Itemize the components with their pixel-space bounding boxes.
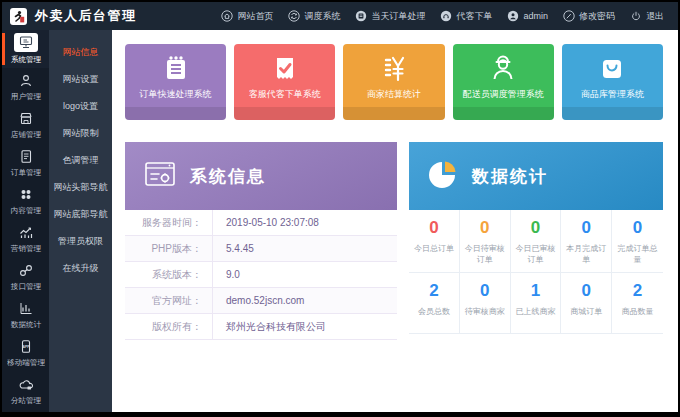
submenu-item-site-limits[interactable]: 网站限制 — [49, 120, 112, 147]
sidebar-item-system[interactable]: 系统管理 — [2, 30, 49, 68]
sidebar-item-users[interactable]: 用户管理 — [2, 68, 49, 106]
sidebar-item-marketing[interactable]: 营销管理 — [2, 220, 49, 258]
storefront-icon — [16, 111, 36, 127]
sidebar-label: 用户管理 — [10, 91, 40, 101]
nav-label: 修改密码 — [579, 10, 615, 23]
info-row-system-version: 系统版本： 9.0 — [125, 262, 397, 288]
today-orders-icon — [355, 10, 367, 22]
stat-value: 1 — [513, 281, 559, 301]
nav-admin-account[interactable]: admin — [507, 10, 548, 22]
stat-product-count: 2 商品数量 — [612, 273, 663, 334]
nav-label: 网站首页 — [237, 10, 273, 23]
sidebar-item-api[interactable]: 接口管理 — [2, 258, 49, 296]
stat-value: 0 — [462, 281, 508, 301]
nav-site-home[interactable]: 网站首页 — [221, 10, 273, 23]
app-window: 外卖人后台管理 网站首页 调度系统 当天订单处理 代客下单 admin — [2, 2, 678, 412]
sidebar-item-statistics[interactable]: 数据统计 — [2, 296, 49, 334]
person-icon — [16, 73, 36, 89]
info-row-php-version: PHP版本： 5.4.45 — [125, 236, 397, 262]
stat-today-total-orders: 0 今日总订单 — [409, 210, 460, 273]
stat-value: 0 — [513, 218, 559, 238]
edit-password-icon — [563, 10, 575, 22]
sidebar-item-shops[interactable]: 店铺管理 — [2, 106, 49, 144]
top-header: 外卖人后台管理 网站首页 调度系统 当天订单处理 代客下单 admin — [2, 2, 678, 30]
shopping-bag-icon — [596, 53, 628, 85]
mobile-app-icon: APP — [16, 339, 36, 355]
card-label: 订单快速处理系统 — [140, 88, 212, 101]
receipt-yen-icon — [378, 53, 410, 85]
card-product-library[interactable]: 商品库管理系统 — [562, 44, 663, 120]
card-label: 商品库管理系统 — [581, 88, 644, 101]
info-value: 2019-05-10 23:07:08 — [213, 217, 319, 228]
browser-gear-icon — [143, 159, 177, 193]
stat-label: 今日待审核订单 — [462, 243, 508, 265]
sidebar-label: 店铺管理 — [10, 129, 40, 139]
sidebar-item-content[interactable]: 内容管理 — [2, 182, 49, 220]
secondary-sidebar: 网站信息 网站设置 logo设置 网站限制 色调管理 网站头部导航 网站底部导航… — [49, 30, 112, 412]
nav-today-orders[interactable]: 当天订单处理 — [355, 10, 425, 23]
user-icon — [507, 10, 519, 22]
stat-mall-orders: 0 商城订单 — [561, 273, 612, 334]
nav-label: 当天订单处理 — [371, 10, 425, 23]
card-order-quick-processing[interactable]: 订单快速处理系统 — [125, 44, 226, 120]
info-value: 郑州光合科技有限公司 — [213, 320, 326, 334]
sidebar-label: 分站管理 — [10, 395, 40, 405]
sidebar-item-mobile[interactable]: APP 移动端管理 — [2, 334, 49, 372]
stats-grid: 0 今日总订单 0 今日待审核订单 0 今日已审核订单 0 — [409, 210, 663, 334]
stat-label: 完成订单总量 — [614, 243, 661, 265]
sidebar-label: 移动端管理 — [7, 357, 45, 367]
pie-chart-icon — [427, 158, 459, 194]
stat-total-members: 2 会员总数 — [409, 273, 460, 334]
info-row-official-site: 官方网址： demo.52jscn.com — [125, 288, 397, 314]
stat-online-merchants: 1 已上线商家 — [511, 273, 562, 334]
grid-dots-icon — [16, 187, 36, 203]
stat-label: 商城订单 — [563, 306, 609, 317]
stat-month-completed-orders: 0 本月完成订单 — [561, 210, 612, 273]
sidebar-item-orders[interactable]: 订单管理 — [2, 144, 49, 182]
courier-icon — [487, 53, 519, 85]
cloud-icon — [16, 377, 36, 393]
nav-logout[interactable]: 退出 — [630, 10, 664, 23]
system-info-header: 系统信息 — [125, 142, 397, 210]
submenu-item-footer-nav[interactable]: 网站底部导航 — [49, 201, 112, 228]
nav-proxy-order[interactable]: 代客下单 — [440, 10, 492, 23]
stat-total-completed-orders: 0 完成订单总量 — [612, 210, 663, 273]
info-row-copyright: 版权所有： 郑州光合科技有限公司 — [125, 314, 397, 340]
info-value: 5.4.45 — [213, 243, 254, 254]
stat-label: 本月完成订单 — [563, 243, 609, 265]
card-proxy-order-system[interactable]: 客服代客下单系统 — [234, 44, 335, 120]
card-label: 配送员调度管理系统 — [463, 88, 544, 101]
sidebar-item-substations[interactable]: 分站管理 — [2, 372, 49, 410]
info-row-server-time: 服务器时间： 2019-05-10 23:07:08 — [125, 210, 397, 236]
submenu-item-color-scheme[interactable]: 色调管理 — [49, 147, 112, 174]
card-courier-dispatch[interactable]: 配送员调度管理系统 — [453, 44, 554, 120]
stat-value: 0 — [563, 281, 609, 301]
app-title: 外卖人后台管理 — [35, 7, 137, 25]
link-icon — [16, 263, 36, 279]
app-logo-icon — [10, 8, 27, 25]
stat-value: 0 — [411, 218, 457, 238]
submenu-item-logo-settings[interactable]: logo设置 — [49, 93, 112, 120]
system-info-table: 服务器时间： 2019-05-10 23:07:08 PHP版本： 5.4.45… — [125, 210, 397, 340]
stat-value: 0 — [462, 218, 508, 238]
nav-change-password[interactable]: 修改密码 — [563, 10, 615, 23]
submenu-item-site-settings[interactable]: 网站设置 — [49, 66, 112, 93]
logout-icon — [630, 10, 642, 22]
nav-label: 调度系统 — [304, 10, 340, 23]
nav-label: 代客下单 — [456, 10, 492, 23]
sidebar-label: 营销管理 — [10, 243, 40, 253]
sidebar-label: 接口管理 — [10, 281, 40, 291]
primary-sidebar: 系统管理 用户管理 店铺管理 订单管理 内容管理 营销管理 — [2, 30, 49, 412]
sidebar-label: 数据统计 — [10, 319, 40, 329]
nav-dispatch-system[interactable]: 调度系统 — [288, 10, 340, 23]
data-stats-title: 数据统计 — [472, 165, 548, 188]
bar-chart-icon — [16, 301, 36, 317]
card-merchant-settlement[interactable]: 商家结算统计 — [343, 44, 444, 120]
submenu-item-header-nav[interactable]: 网站头部导航 — [49, 174, 112, 201]
submenu-item-online-upgrade[interactable]: 在线升级 — [49, 255, 112, 282]
stat-label: 今日已审核订单 — [513, 243, 559, 265]
submenu-item-admin-permissions[interactable]: 管理员权限 — [49, 228, 112, 255]
stat-today-reviewed-orders: 0 今日已审核订单 — [511, 210, 562, 273]
info-value: 9.0 — [213, 269, 240, 280]
submenu-item-site-info[interactable]: 网站信息 — [49, 39, 112, 66]
